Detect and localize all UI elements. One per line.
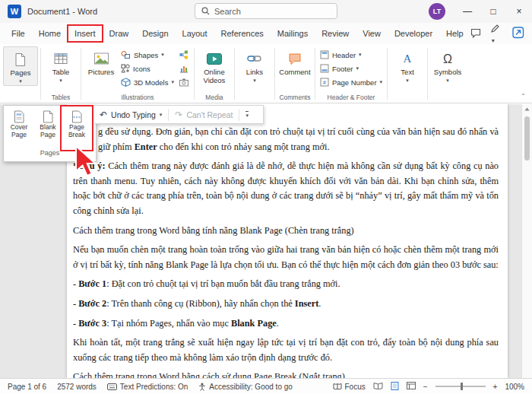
avatar[interactable]: LT xyxy=(429,3,445,20)
text-button[interactable]: A Text ▾ xyxy=(390,46,425,84)
read-mode-button[interactable] xyxy=(373,382,383,391)
3d-models-button[interactable]: 3D Models ▾ xyxy=(119,75,176,89)
screenshot-button[interactable] xyxy=(176,75,192,89)
word-count[interactable]: 2572 words xyxy=(57,383,97,391)
blank-page-button[interactable]: Blank Page xyxy=(33,107,62,149)
toolbar-divider xyxy=(168,109,169,121)
online-videos-button[interactable]: Online Videos xyxy=(197,46,232,84)
web-layout-button[interactable] xyxy=(407,382,416,391)
chevron-down-icon: ▾ xyxy=(380,79,383,85)
chevron-down-icon: ▾ xyxy=(161,52,164,58)
pages-button[interactable]: Pages ▾ xyxy=(3,46,38,86)
window-title: Document1 - Word xyxy=(27,7,97,16)
share-button[interactable] xyxy=(512,27,524,40)
editing-menu-button[interactable]: ▾ xyxy=(490,24,503,44)
pictures-button[interactable]: Pictures xyxy=(84,46,119,76)
focus-icon xyxy=(333,383,342,390)
pencil-icon xyxy=(490,24,500,33)
tab-view[interactable]: View xyxy=(356,25,388,42)
group-divider xyxy=(194,48,195,100)
document-page[interactable]: g đều sử dụng. Đơn giản, bạn chỉ cần đặt… xyxy=(67,104,508,378)
icons-label: Icons xyxy=(133,65,150,73)
group-divider xyxy=(274,48,275,100)
text-icon: A xyxy=(401,49,413,68)
maximize-button[interactable]: □ xyxy=(480,0,506,23)
accessibility-icon xyxy=(198,383,206,391)
icons-button[interactable]: Icons xyxy=(119,62,176,75)
vertical-scrollbar[interactable] xyxy=(521,104,532,378)
header-footer-group-label: Header & Footer xyxy=(328,92,375,103)
tab-references[interactable]: References xyxy=(214,25,271,42)
shapes-icon xyxy=(121,50,131,59)
tab-insert[interactable]: Insert xyxy=(68,25,103,42)
links-label: Links xyxy=(246,68,263,76)
illustrations-icon-column xyxy=(176,46,192,89)
tab-review[interactable]: Review xyxy=(315,25,356,42)
tab-home[interactable]: Home xyxy=(32,25,68,42)
comments-button[interactable] xyxy=(470,28,481,40)
chevron-down-icon[interactable]: ▾ xyxy=(160,112,163,118)
chart-button[interactable] xyxy=(176,62,192,75)
repeat-button[interactable]: Can't Repeat xyxy=(186,110,233,119)
text-predictions-status[interactable]: Text Predictions: On xyxy=(107,383,188,391)
zoom-out-button[interactable]: − xyxy=(423,383,428,391)
print-layout-button[interactable] xyxy=(391,382,399,392)
quick-access-toolbar: ↶ Undo Typing ▾ ↷ Can't Repeat ▾ xyxy=(95,105,264,124)
doc-step-3: - Bước 3: Tại nhóm Pages, nhấn vào mục B… xyxy=(73,316,499,332)
close-button[interactable]: × xyxy=(506,0,532,23)
zoom-slider[interactable] xyxy=(435,386,486,387)
tab-file[interactable]: File xyxy=(5,25,32,42)
zoom-slider-thumb[interactable] xyxy=(461,383,463,390)
group-media: Online Videos Media xyxy=(197,46,232,103)
page-break-button[interactable]: Page Break xyxy=(62,107,91,149)
tab-help[interactable]: Help xyxy=(439,25,470,42)
scroll-up-icon[interactable] xyxy=(522,104,532,112)
word-logo-icon[interactable]: W xyxy=(8,5,21,18)
3d-cube-icon xyxy=(121,78,131,87)
page-count[interactable]: Page 1 of 6 xyxy=(8,383,46,391)
search-placeholder: Search xyxy=(214,7,241,16)
tab-draw[interactable]: Draw xyxy=(103,25,136,42)
scrollbar-thumb[interactable] xyxy=(524,116,530,160)
links-button[interactable]: Links ▾ xyxy=(237,46,272,84)
focus-button[interactable]: Focus xyxy=(333,383,366,391)
table-button[interactable]: Table ▾ xyxy=(43,46,78,84)
chevron-down-icon: ▾ xyxy=(171,79,174,85)
page-break-icon xyxy=(71,109,82,124)
print-layout-icon xyxy=(391,382,399,390)
toolbar-overflow-icon[interactable]: ▾ xyxy=(245,111,249,119)
header-button[interactable]: Header ▾ xyxy=(318,48,385,62)
tab-design[interactable]: Design xyxy=(135,25,175,42)
shapes-button[interactable]: Shapes ▾ xyxy=(119,48,176,62)
collapse-ribbon-icon[interactable]: ⌃ xyxy=(521,93,526,100)
table-icon xyxy=(54,49,68,68)
search-input[interactable]: Search xyxy=(195,3,337,19)
undo-button[interactable]: Undo Typing xyxy=(111,110,156,119)
chart-icon xyxy=(179,64,188,73)
icons-icon xyxy=(121,64,130,73)
table-label: Table xyxy=(52,68,70,76)
tab-developer[interactable]: Developer xyxy=(388,25,439,42)
chevron-down-icon: ▾ xyxy=(492,37,495,44)
group-divider xyxy=(40,48,41,100)
tab-layout[interactable]: Layout xyxy=(176,25,214,42)
page-number-button[interactable]: # Page Number ▾ xyxy=(318,75,385,89)
screenshot-camera-icon xyxy=(179,78,188,87)
header-label: Header xyxy=(332,51,356,59)
comment-button[interactable]: Comment xyxy=(277,46,312,76)
accessibility-status[interactable]: Accessibility: Good to go xyxy=(198,383,293,391)
minimize-button[interactable]: — xyxy=(454,0,480,23)
cover-page-button[interactable]: Cover Page xyxy=(5,107,33,149)
zoom-level[interactable]: 100% xyxy=(505,383,524,391)
footer-label: Footer xyxy=(332,65,353,73)
group-text: A Text ▾ xyxy=(390,46,425,103)
chevron-down-icon: ▾ xyxy=(356,65,359,71)
zoom-in-button[interactable]: + xyxy=(493,383,498,391)
footer-button[interactable]: Footer ▾ xyxy=(318,62,385,75)
doc-paragraph-8: Khi hoàn tất, một trang trắng sẽ xuất hi… xyxy=(73,335,499,365)
group-header-footer: Header ▾ Footer ▾ # Page Number ▾ Head xyxy=(318,46,385,103)
symbols-button[interactable]: Ω Symbols ▾ xyxy=(430,46,465,84)
smartart-button[interactable] xyxy=(176,48,192,62)
tab-mailings[interactable]: Mailings xyxy=(271,25,315,42)
page-break-label: Page Break xyxy=(62,124,91,138)
